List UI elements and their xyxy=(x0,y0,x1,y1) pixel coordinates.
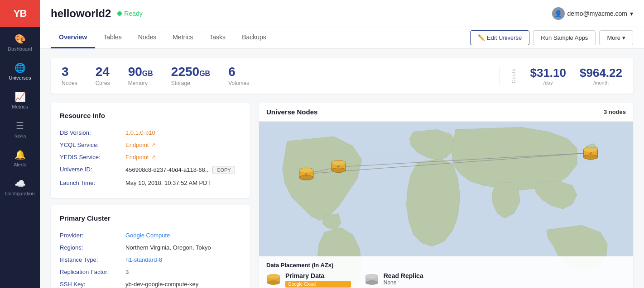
tab-bar: Overview Tables Nodes Metrics Tasks Back… xyxy=(40,27,644,49)
costs-section: Costs $31.10 /day $964.22 /month xyxy=(500,66,622,85)
cost-per-day: $31.10 /day xyxy=(530,66,566,85)
svg-text:✓: ✓ xyxy=(589,151,592,156)
tab-tables[interactable]: Tables xyxy=(95,27,130,48)
info-row-launch-time: Launch Time: May 10, 2018, 10:37:52 AM P… xyxy=(60,177,241,189)
db-version-val: 1.0.1.0-b10 xyxy=(125,129,155,136)
storage-label: Storage xyxy=(171,80,210,86)
svg-text:✓: ✓ xyxy=(337,165,340,169)
nodes-value: 3 xyxy=(62,65,77,79)
cost-month-label: /month xyxy=(593,80,609,85)
db-node-3: ✓ xyxy=(584,147,598,160)
sidebar-label-alerts: Alerts xyxy=(14,162,26,167)
svg-text:✓: ✓ xyxy=(305,172,308,176)
cost-month-value: $964.22 xyxy=(580,66,622,80)
tab-nodes[interactable]: Nodes xyxy=(130,27,164,48)
stat-storage: 2250GB Storage xyxy=(171,65,210,86)
user-menu[interactable]: 👤 demo@myacme.com ▾ xyxy=(552,7,633,20)
instance-type-val: n1-standard-8 xyxy=(125,256,162,263)
user-dropdown-icon: ▾ xyxy=(630,10,633,17)
read-replica-name: Read Replica xyxy=(384,272,423,279)
sidebar-item-dashboard[interactable]: 🎨 Dashboard xyxy=(0,27,40,56)
read-replica-item: Read Replica None xyxy=(365,272,423,288)
stat-cores: 24 Cores xyxy=(96,65,110,86)
status-text: Ready xyxy=(124,10,142,17)
cores-value: 24 xyxy=(96,65,110,79)
memory-value: 90GB xyxy=(128,65,153,79)
sidebar-item-universes[interactable]: 🌐 Universes xyxy=(0,56,40,85)
left-column: Resource Info DB Version: 1.0.1.0-b10 YC… xyxy=(51,103,250,288)
tab-actions: ✏️ Edit Universe Run Sample Apps More ▾ xyxy=(470,30,633,45)
status-dot xyxy=(117,11,122,16)
instance-type-key: Instance Type: xyxy=(60,256,125,263)
alerts-icon: 🔔 xyxy=(14,149,26,160)
sidebar-label-universes: Universes xyxy=(9,75,31,80)
edit-icon: ✏️ xyxy=(478,34,485,41)
cluster-row-regions: Regions: Northern Virginia, Oregon, Toky… xyxy=(60,241,241,254)
primary-cluster-title: Primary Cluster xyxy=(60,214,241,222)
yedis-key: YEDIS Service: xyxy=(60,154,125,161)
sidebar-label-dashboard: Dashboard xyxy=(8,46,32,52)
run-sample-apps-button[interactable]: Run Sample Apps xyxy=(533,30,596,45)
resource-info-title: Resource Info xyxy=(60,112,241,119)
db-node-2: ✓ xyxy=(299,168,313,180)
db-version-key: DB Version: xyxy=(60,129,125,136)
ycql-key: YCQL Service: xyxy=(60,142,125,148)
edit-universe-button[interactable]: ✏️ Edit Universe xyxy=(470,30,529,45)
provider-link[interactable]: Google Compute xyxy=(125,232,170,239)
read-replica-info: Read Replica None xyxy=(384,272,423,286)
sidebar-item-alerts[interactable]: 🔔 Alerts xyxy=(0,143,40,172)
copy-button[interactable]: COPY xyxy=(212,166,235,174)
primary-cluster-table: Provider: Google Compute Regions: Northe… xyxy=(60,229,241,288)
ycql-endpoint-link[interactable]: Endpoint xyxy=(125,142,149,148)
universe-nodes-card: Universe Nodes 3 nodes xyxy=(259,103,633,288)
tab-metrics[interactable]: Metrics xyxy=(164,27,201,48)
stat-memory: 90GB Memory xyxy=(128,65,153,86)
map-nodes-count: 3 nodes xyxy=(604,109,626,115)
metrics-icon: 📈 xyxy=(14,91,26,102)
provider-val: Google Compute xyxy=(125,232,170,239)
memory-label: Memory xyxy=(128,80,153,86)
primary-data-item: Primary Data Google Cloud 3 Regions, 3 A… xyxy=(266,272,351,288)
sidebar-label-metrics: Metrics xyxy=(12,104,28,109)
costs-label: Costs xyxy=(511,68,516,83)
launch-time-key: Launch Time: xyxy=(60,179,125,186)
volumes-value: 6 xyxy=(228,65,249,79)
primary-data-name: Primary Data xyxy=(285,272,351,279)
main-content: helloworld2 Ready 👤 demo@myacme.com ▾ Ov… xyxy=(40,0,644,288)
status-badge: Ready xyxy=(117,10,142,17)
map-container: ✓ ✓ xyxy=(259,122,633,288)
primary-data-info: Primary Data Google Cloud 3 Regions, 3 A… xyxy=(285,272,351,288)
db-version-link[interactable]: 1.0.1.0-b10 xyxy=(125,129,155,136)
cost-day-label: /day xyxy=(543,80,553,85)
stats-row: 3 Nodes 24 Cores 90GB Memory 2250GB Stor… xyxy=(51,58,633,94)
page-title: helloworld2 xyxy=(51,7,111,20)
ssh-key-key: SSH Key: xyxy=(60,281,125,288)
instance-type-link[interactable]: n1-standard-8 xyxy=(125,256,162,263)
svg-point-25 xyxy=(365,280,378,285)
sidebar-item-metrics[interactable]: 📈 Metrics xyxy=(0,85,40,114)
map-header: Universe Nodes 3 nodes xyxy=(259,103,633,122)
sidebar-logo: YB xyxy=(0,0,40,27)
yedis-endpoint-link[interactable]: Endpoint xyxy=(125,154,149,161)
sidebar-item-configuration[interactable]: ☁️ Configuration xyxy=(0,172,40,201)
svg-point-21 xyxy=(267,280,280,285)
storage-value: 2250GB xyxy=(171,65,210,79)
ycql-ext-icon: ↗ xyxy=(151,142,155,148)
volumes-label: Volumes xyxy=(228,80,249,86)
cores-label: Cores xyxy=(96,80,110,86)
universe-id-val: 456908c8-d237-40d4-a118-68... COPY xyxy=(125,166,235,174)
cost-per-month: $964.22 /month xyxy=(580,66,622,85)
tab-overview[interactable]: Overview xyxy=(51,27,95,48)
tasks-icon: ☰ xyxy=(16,120,24,131)
cluster-row-ssh: SSH Key: yb-dev-google-compute-key xyxy=(60,278,241,288)
tab-backups[interactable]: Backups xyxy=(234,27,274,48)
map-title: Universe Nodes xyxy=(266,108,317,116)
stat-nodes: 3 Nodes xyxy=(62,65,77,86)
configuration-icon: ☁️ xyxy=(14,178,26,189)
sidebar-label-tasks: Tasks xyxy=(14,133,26,138)
tab-tasks[interactable]: Tasks xyxy=(201,27,234,48)
cluster-row-replication: Replication Factor: 3 xyxy=(60,266,241,278)
cluster-row-provider: Provider: Google Compute xyxy=(60,229,241,241)
more-button[interactable]: More ▾ xyxy=(599,30,633,45)
sidebar-item-tasks[interactable]: ☰ Tasks xyxy=(0,114,40,143)
